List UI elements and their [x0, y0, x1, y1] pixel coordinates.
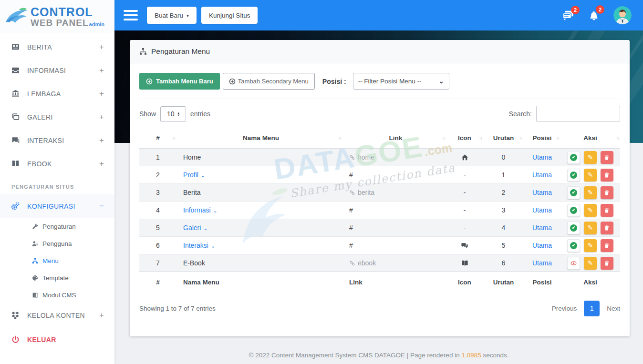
delete-button[interactable]	[601, 186, 613, 199]
posisi-link[interactable]: Utama	[532, 259, 552, 267]
delete-button[interactable]	[601, 151, 613, 164]
user-avatar[interactable]	[613, 6, 632, 24]
delete-button[interactable]	[601, 257, 613, 270]
column-header-aksi[interactable]: Aksi↑↓	[560, 127, 620, 149]
sidebar-subitem-modul-cms[interactable]: Modul CMS	[0, 286, 114, 303]
trash-icon	[604, 154, 610, 161]
sidebar-subitem-label: Pengguna	[42, 240, 72, 247]
toggle-active-button[interactable]: ✔	[567, 186, 580, 199]
chevron-down-icon: ⌄	[439, 78, 444, 85]
table-header-row: #↑↓ Nama Menu↑↓ Link↑↓ Icon↑↓ Urutan↑↓ P…	[139, 127, 620, 149]
page-length-select[interactable]: 10 ▴▾	[160, 106, 186, 122]
posisi-link[interactable]: Utama	[532, 224, 552, 232]
edit-button[interactable]: ✎	[584, 257, 597, 270]
sidebar-item-galeri[interactable]: GALERI +	[0, 105, 114, 129]
menu-name-link[interactable]: Galeri⌄	[183, 224, 208, 232]
page-1-button[interactable]: 1	[584, 301, 600, 316]
check-circle-icon: ✔	[570, 224, 577, 232]
column-header-num[interactable]: #↑↓	[139, 127, 176, 149]
column-header-link[interactable]: Link↑↓	[342, 127, 446, 149]
column-header-nama-menu[interactable]: Nama Menu↑↓	[176, 127, 342, 149]
toggle-active-button[interactable]: ✔	[567, 239, 580, 252]
edit-button[interactable]: ✎	[584, 186, 597, 199]
app-logo[interactable]: CONTROL WEB PANEL admin	[0, 0, 114, 33]
posisi-link[interactable]: Utama	[532, 242, 552, 249]
sidebar-item-lembaga[interactable]: LEMBAGA +	[0, 82, 114, 105]
sidebar-item-keluar[interactable]: KELUAR	[0, 328, 114, 351]
edit-button[interactable]: ✎	[584, 204, 597, 217]
posisi-link[interactable]: Utama	[532, 153, 552, 161]
footer-header-urutan: Urutan	[483, 272, 524, 293]
sidebar-item-berita[interactable]: BERITA +	[0, 35, 114, 59]
toggle-active-button[interactable]: ✔	[567, 222, 580, 234]
menu-name-link[interactable]: Informasi⌄	[183, 206, 218, 214]
delete-button[interactable]	[601, 169, 613, 182]
expand-plus-icon: +	[99, 311, 104, 320]
toggle-active-button[interactable]: ✔	[567, 151, 580, 164]
menu-urutan: 0	[483, 149, 524, 166]
sidebar-item-interaksi[interactable]: INTERAKSI +	[0, 129, 114, 152]
next-page-link[interactable]: Next	[607, 305, 620, 312]
expand-plus-icon: +	[99, 112, 104, 122]
tambah-menu-baru-button[interactable]: Tambah Menu Baru	[139, 73, 220, 90]
edit-button[interactable]: ✎	[584, 151, 597, 164]
toggle-active-button[interactable]: ✔	[567, 169, 580, 182]
buat-baru-button[interactable]: Buat Baru ▾	[147, 7, 197, 24]
filter-posisi-select[interactable]: -- Filter Posisi Menu -- ⌄	[353, 73, 449, 90]
delete-button[interactable]	[601, 239, 613, 252]
menu-table: #↑↓ Nama Menu↑↓ Link↑↓ Icon↑↓ Urutan↑↓ P…	[139, 127, 620, 293]
sort-icon[interactable]: ↑↓	[338, 135, 341, 141]
sidebar-item-konfigurasi[interactable]: KONFIGURASI −	[0, 194, 114, 218]
sidebar-subitem-menu[interactable]: Menu	[0, 252, 114, 269]
link-icon	[349, 154, 355, 162]
edit-button[interactable]: ✎	[584, 169, 597, 182]
sort-icon[interactable]: ↑↓	[519, 135, 522, 141]
trash-icon	[604, 243, 610, 249]
table-row: 2 Profil⌄ # - 1 Utama ✔ ✎	[139, 166, 620, 184]
previous-page-link[interactable]: Previous	[552, 305, 577, 312]
sort-icon[interactable]: ↑↓	[479, 135, 482, 141]
column-header-urutan[interactable]: Urutan↑↓	[483, 127, 524, 149]
sidebar-subitem-pengaturan[interactable]: Pengaturan	[0, 218, 114, 235]
sidebar-subitem-label: Modul CMS	[42, 292, 76, 299]
sort-icon[interactable]: ↑↓	[616, 135, 619, 141]
bank-icon	[10, 90, 20, 98]
sidebar-subitem-pengguna[interactable]: Pengguna	[0, 235, 114, 252]
sidebar-subitem-template[interactable]: Template	[0, 269, 114, 286]
delete-button[interactable]	[601, 204, 613, 217]
column-header-posisi[interactable]: Posisi↑↓	[524, 127, 560, 149]
sort-icon[interactable]: ↑↓	[172, 135, 175, 141]
sidebar-item-kelola-konten[interactable]: KELOLA KONTEN +	[0, 303, 114, 327]
menu-name: E-Book	[176, 254, 342, 272]
tambah-secondary-menu-button[interactable]: Tambah Secondary Menu	[223, 73, 315, 90]
comments-icon	[461, 243, 468, 251]
menu-name-link[interactable]: Interaksi⌄	[183, 242, 215, 249]
menu-name-link[interactable]: Profil⌄	[183, 171, 205, 179]
posisi-link[interactable]: Utama	[532, 206, 552, 214]
kunjungi-situs-button[interactable]: Kunjungi Situs	[201, 7, 258, 24]
sitemap-icon	[31, 258, 39, 264]
posisi-link[interactable]: Utama	[532, 189, 552, 196]
column-header-icon[interactable]: Icon↑↓	[446, 127, 483, 149]
edit-button[interactable]: ✎	[584, 222, 597, 234]
footer-header-link: Link	[342, 272, 446, 293]
sidebar-item-informasi[interactable]: INFORMASI +	[0, 59, 114, 82]
toggle-active-button[interactable]: ✔	[567, 204, 580, 217]
page-footer: © 2022 Content Management System CMS DAT…	[114, 352, 643, 359]
sidebar-item-ebook[interactable]: EBOOK +	[0, 152, 114, 175]
sort-icon[interactable]: ↑↓	[556, 135, 559, 141]
brand-badge: admin	[89, 22, 104, 27]
sidebar-subitem-label: Template	[42, 274, 69, 282]
toggle-hidden-button[interactable]	[567, 257, 580, 270]
search-input[interactable]	[536, 106, 620, 122]
sidebar-item-label: KELOLA KONTEN	[27, 312, 99, 319]
posisi-link[interactable]: Utama	[532, 171, 552, 179]
sort-icon[interactable]: ↑↓	[442, 135, 445, 141]
spinner-arrows-icon: ▴▾	[178, 111, 180, 116]
delete-button[interactable]	[601, 222, 613, 234]
notifications-bell-icon[interactable]: 2	[589, 10, 599, 21]
hamburger-menu-icon[interactable]	[124, 8, 138, 23]
logo-bird-icon	[4, 6, 30, 28]
messages-icon[interactable]: 2	[562, 10, 574, 20]
edit-button[interactable]: ✎	[584, 239, 597, 252]
